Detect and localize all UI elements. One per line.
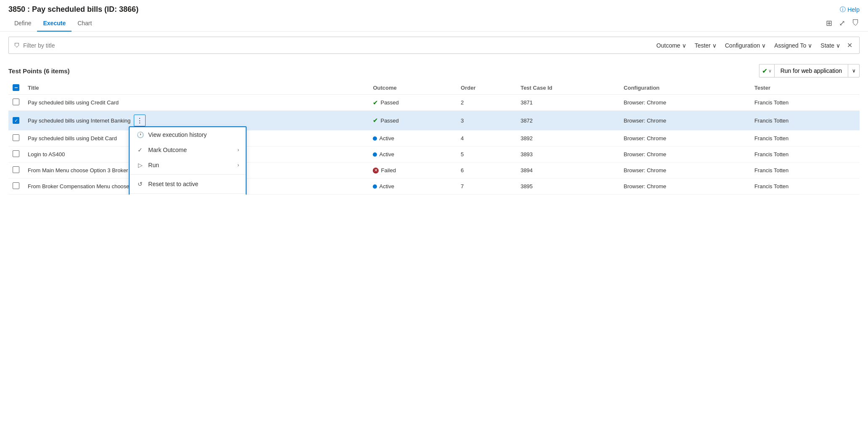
run-check-button[interactable]: ✔ ∨ [759,64,774,77]
menu-item-view-execution-history[interactable]: 🕐View execution history [130,127,246,142]
row-title: Pay scheduled bills using Credit Card [24,95,369,111]
test-points-table: − Title Outcome Order Test Case Id Confi… [8,81,860,195]
row-test-case-id: 3895 [516,179,619,195]
row-outcome: Active [369,179,457,195]
main-section: Test Points (6 items) ✔ ∨ Run for web ap… [8,59,860,195]
menu-item-label: Reset test to active [148,181,198,187]
expand-icon[interactable]: ⤢ [839,19,845,28]
menu-item-label: Run [148,162,159,168]
run-icon: ▷ [136,162,144,168]
tester-dropdown[interactable]: Tester ∨ [691,40,720,51]
passed-icon: ✔ [373,99,378,107]
menu-item-reset-test[interactable]: ↺Reset test to active [130,176,246,192]
passed-icon: ✔ [373,117,378,124]
row-tester: Francis Totten [750,147,860,163]
tab-define[interactable]: Define [8,16,37,32]
section-header: Test Points (6 items) ✔ ∨ Run for web ap… [8,59,860,81]
configuration-column-header: Configuration [619,81,750,95]
row-configuration: Browser: Chrome [619,111,750,131]
row-checkbox[interactable] [13,150,19,157]
row-checkbox[interactable] [13,182,19,189]
active-dot [373,136,377,141]
select-all-checkbox[interactable]: − [13,84,19,91]
row-order: 5 [457,147,516,163]
order-column-header: Order [457,81,516,95]
failed-icon: ✕ [373,168,379,173]
row-tester: Francis Totten [750,95,860,111]
row-configuration: Browser: Chrome [619,179,750,195]
chevron-down-icon: ∨ [808,42,812,49]
title-column-header: Title [24,81,369,95]
chevron-down-icon: ∨ [762,42,766,49]
menu-item-label: View execution history [148,131,207,138]
active-dot [373,184,377,189]
row-configuration: Browser: Chrome [619,131,750,147]
table-row[interactable]: Pay scheduled bills using Credit Card✔Pa… [8,95,860,111]
row-tester: Francis Totten [750,131,860,147]
row-order: 2 [457,95,516,111]
chevron-down-icon: ∨ [852,68,856,74]
row-order: 4 [457,131,516,147]
submenu-chevron-icon: › [237,147,239,153]
submenu-chevron-icon: › [237,162,239,168]
menu-item-mark-outcome[interactable]: ✓Mark Outcome› [130,142,246,157]
help-link[interactable]: ⓘ Help [840,6,860,13]
row-outcome: ✕Failed [369,163,457,179]
table-row[interactable]: ✓Pay scheduled bills using Internet Bank… [8,111,860,131]
row-checkbox[interactable]: ✓ [13,117,19,124]
filter-close-button[interactable]: ✕ [845,40,854,51]
assigned-to-dropdown[interactable]: Assigned To ∨ [771,40,815,51]
row-test-case-id: 3892 [516,131,619,147]
outcome-dropdown[interactable]: Outcome ∨ [653,40,690,51]
tab-chart[interactable]: Chart [72,16,98,32]
tabs-bar: Define Execute Chart ⊞ ⤢ ⛉ [0,16,868,32]
row-order: 6 [457,163,516,179]
tab-execute[interactable]: Execute [37,16,72,32]
section-title: Test Points (6 items) [8,67,70,75]
chevron-down-icon: ∨ [712,42,717,49]
mark-outcome-icon: ✓ [136,147,144,153]
run-for-web-application-button[interactable]: Run for web application [774,64,848,77]
help-icon: ⓘ [840,6,846,13]
row-title: Pay scheduled bills using Internet Banki… [24,111,369,131]
row-test-case-id: 3871 [516,95,619,111]
row-outcome: Active [369,131,457,147]
menu-item-run[interactable]: ▷Run› [130,157,246,173]
row-tester: Francis Totten [750,111,860,131]
menu-item-label: Mark Outcome [148,147,187,153]
filter-funnel-icon: ⛉ [14,42,20,49]
row-order: 7 [457,179,516,195]
run-chevron-button[interactable]: ∨ [848,64,860,77]
chevron-down-icon: ∨ [768,68,772,74]
row-test-case-id: 3894 [516,163,619,179]
page-title: 3850 : Pay scheduled bills (ID: 3866) [8,5,138,14]
row-test-case-id: 3893 [516,147,619,163]
test-case-id-column-header: Test Case Id [516,81,619,95]
chevron-down-icon: ∨ [682,42,686,49]
row-configuration: Browser: Chrome [619,95,750,111]
row-configuration: Browser: Chrome [619,163,750,179]
context-menu: 🕐View execution history✓Mark Outcome›▷Ru… [129,126,247,195]
tester-column-header: Tester [750,81,860,95]
filter-input[interactable] [23,42,650,49]
row-checkbox[interactable] [13,134,19,141]
row-tester: Francis Totten [750,163,860,179]
row-checkbox[interactable] [13,166,19,173]
select-all-header[interactable]: − [8,81,24,95]
row-order: 3 [457,111,516,131]
row-checkbox[interactable] [13,99,19,105]
configuration-dropdown[interactable]: Configuration ∨ [722,40,769,51]
row-outcome: Active [369,147,457,163]
row-test-case-id: 3872 [516,111,619,131]
green-check-icon: ✔ [762,67,767,75]
row-outcome: ✔Passed [369,111,457,131]
run-button-group: ✔ ∨ Run for web application ∨ [759,64,860,77]
view-execution-history-icon: 🕐 [136,131,144,138]
state-dropdown[interactable]: State ∨ [817,40,844,51]
row-configuration: Browser: Chrome [619,147,750,163]
active-dot [373,152,377,157]
context-menu-button[interactable]: ⋮ [134,115,146,126]
row-outcome: ✔Passed [369,95,457,111]
columns-icon[interactable]: ⊞ [826,19,832,28]
filter-icon[interactable]: ⛉ [852,19,860,28]
